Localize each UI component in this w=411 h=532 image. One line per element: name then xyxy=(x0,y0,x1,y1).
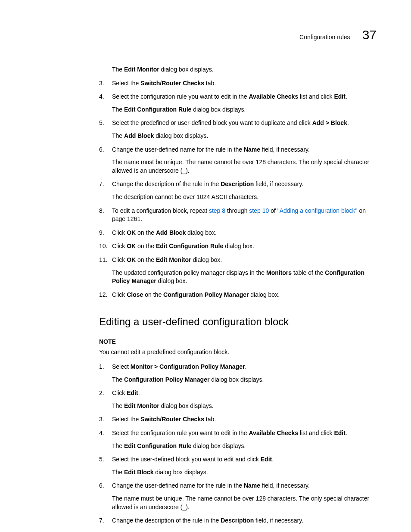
text-bold: Name xyxy=(244,482,260,489)
text: Select xyxy=(112,363,131,370)
text: The xyxy=(112,376,124,383)
text-bold: Description xyxy=(221,180,254,187)
step-number: 5. xyxy=(99,455,104,464)
step-subtext: The Add Block dialog box displays. xyxy=(112,132,377,140)
cross-reference-link[interactable]: step 8 xyxy=(209,207,225,214)
step-subtext: The Configuration Policy Manager dialog … xyxy=(112,376,377,384)
text: field, if necessary. xyxy=(254,180,303,187)
text: dialog box displays. xyxy=(159,66,214,73)
step-number: 7. xyxy=(99,516,104,525)
text: Change the user-defined name for the rul… xyxy=(112,146,244,153)
step-number: 6. xyxy=(99,146,104,154)
text-bold: Switch/Router Checks xyxy=(140,80,204,87)
text: Select the xyxy=(112,416,140,423)
text: through xyxy=(225,207,249,214)
cross-reference-link[interactable]: "Adding a configuration block" xyxy=(277,207,358,214)
text: . xyxy=(347,119,349,126)
text: Select the user-defined block you want t… xyxy=(112,456,261,463)
step-text: Select the configuration rule you want t… xyxy=(112,93,377,101)
step-item: 4.Select the configuration rule you want… xyxy=(99,93,377,114)
step-item: 1.Select Monitor > Configuration Policy … xyxy=(99,363,377,384)
text: Change the user-defined name for the rul… xyxy=(112,482,244,489)
step-text: Click Close on the Configuration Policy … xyxy=(112,291,377,299)
text-bold: Switch/Router Checks xyxy=(140,416,204,423)
step-text: Select the configuration rule you want t… xyxy=(112,429,377,438)
step-text: Change the user-defined name for the rul… xyxy=(112,146,377,154)
text-bold: Name xyxy=(244,146,260,153)
text: on the xyxy=(136,229,156,236)
text: Select the configuration rule you want t… xyxy=(112,429,249,436)
text: To edit a configuration block, repeat xyxy=(112,207,209,214)
text: Click xyxy=(112,389,127,396)
page-content: The Edit Monitor dialog box displays. 3.… xyxy=(99,65,377,525)
text: tab. xyxy=(204,80,216,87)
step-subtext: The description cannot be over 1024 ASCI… xyxy=(112,193,377,202)
text: The xyxy=(112,442,124,449)
text: dialog box displays. xyxy=(191,442,246,449)
text: Change the description of the rule in th… xyxy=(112,517,221,524)
step-number: 8. xyxy=(99,207,104,215)
step-subtext: The name must be unique. The name cannot… xyxy=(112,495,377,511)
step-text: To edit a configuration block, repeat st… xyxy=(112,207,377,224)
text: . xyxy=(138,389,140,396)
header-title: Configuration rules xyxy=(299,33,350,42)
text-bold: Edit Monitor xyxy=(124,66,159,73)
text: list and click xyxy=(298,429,334,436)
step-item: 7.Change the description of the rule in … xyxy=(99,516,377,525)
step-subtext: The Edit Monitor dialog box displays. xyxy=(112,402,377,411)
step-number: 2. xyxy=(99,389,104,398)
text: Click xyxy=(112,229,127,236)
text: dialog box displays. xyxy=(154,132,208,139)
note-text: You cannot edit a predefined configurati… xyxy=(99,348,229,355)
text: dialog box. xyxy=(249,291,280,298)
text-bold: Available Checks xyxy=(249,93,299,100)
text-bold: Edit Monitor xyxy=(124,402,159,409)
text: dialog box. xyxy=(223,243,254,249)
text: The xyxy=(112,132,124,139)
text: dialog box displays. xyxy=(153,469,208,476)
step-item: 12.Click Close on the Configuration Poli… xyxy=(99,291,377,299)
step-number: 3. xyxy=(99,415,104,424)
text-bold: Edit Block xyxy=(124,469,153,476)
text: Click xyxy=(112,291,127,298)
step-text: Select the predefined or user-defined bl… xyxy=(112,119,377,128)
text: field, if necessary. xyxy=(260,482,310,489)
text: The name must be unique. The name cannot… xyxy=(112,159,369,174)
text: Click xyxy=(112,243,127,249)
text: Select the predefined or user-defined bl… xyxy=(112,119,312,126)
text: . xyxy=(272,456,274,463)
step-number: 4. xyxy=(99,93,104,101)
text: Select the xyxy=(112,80,140,87)
step-number: 6. xyxy=(99,482,104,490)
text: dialog box. xyxy=(186,229,217,236)
text: Click xyxy=(112,256,127,263)
text-bold: Description xyxy=(221,517,254,524)
step-text: Select the Switch/Router Checks tab. xyxy=(112,415,377,424)
text: The updated configuration policy manager… xyxy=(112,269,266,276)
step-text: Click OK on the Add Block dialog box. xyxy=(112,229,377,237)
step-number: 7. xyxy=(99,180,104,189)
text: The xyxy=(112,106,124,113)
text: tab. xyxy=(204,416,216,423)
step-item: 6.Change the user-defined name for the r… xyxy=(99,482,377,511)
text: . xyxy=(346,93,347,100)
note-label: NOTE xyxy=(99,338,377,348)
step-item: 8.To edit a configuration block, repeat … xyxy=(99,207,377,224)
text-bold: Configuration Policy Manager xyxy=(163,291,249,298)
step-text: Change the description of the rule in th… xyxy=(112,180,377,189)
text-bold: Edit Monitor xyxy=(156,256,191,263)
step-number: 9. xyxy=(99,229,104,237)
step-item: 9.Click OK on the Add Block dialog box. xyxy=(99,229,377,237)
step-subtext: The Edit Block dialog box displays. xyxy=(112,468,377,477)
text: Select the configuration rule you want t… xyxy=(112,93,249,100)
step-item: 3.Select the Switch/Router Checks tab. xyxy=(99,79,377,88)
text-bold: OK xyxy=(127,256,136,263)
text: dialog box displays. xyxy=(159,402,214,409)
text: . xyxy=(346,429,347,436)
step-item: 7.Change the description of the rule in … xyxy=(99,180,377,201)
note-block: NOTE You cannot edit a predefined config… xyxy=(99,338,377,357)
step-number: 11. xyxy=(99,256,107,264)
step-text: Click OK on the Edit Configuration Rule … xyxy=(112,242,377,251)
text-bold: Add Block xyxy=(124,132,154,139)
cross-reference-link[interactable]: step 10 xyxy=(249,207,269,214)
